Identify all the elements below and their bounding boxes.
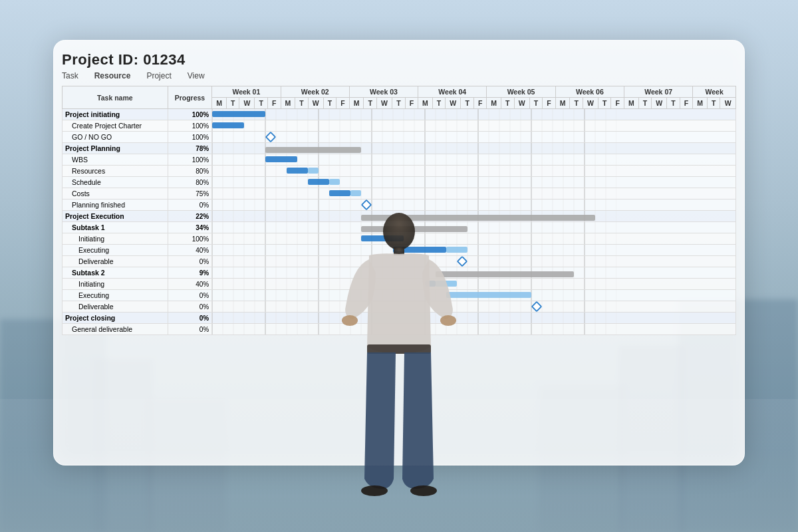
progress-cell: 0% xyxy=(168,324,212,335)
day-header: F xyxy=(268,98,281,109)
task-name-cell: Resources xyxy=(63,166,168,177)
progress-cell: 100% xyxy=(168,120,212,132)
day-header: T xyxy=(226,98,239,109)
gantt-bar-cell xyxy=(212,109,736,120)
progress-cell: 9% xyxy=(168,267,212,279)
progress-cell: 0% xyxy=(168,313,212,324)
day-header: T xyxy=(570,98,583,109)
task-name-cell: General deliverable xyxy=(63,324,168,335)
svg-rect-281 xyxy=(329,179,340,185)
gantt-bar-cell xyxy=(212,166,736,177)
svg-rect-240 xyxy=(308,168,319,174)
task-name-cell: Project Planning xyxy=(63,143,168,154)
task-name-cell: Costs xyxy=(63,188,168,200)
task-name-cell: Project closing xyxy=(63,313,168,324)
gantt-bar-cell xyxy=(212,188,736,200)
table-row: WBS100% xyxy=(63,154,736,166)
progress-cell: 100% xyxy=(168,132,212,143)
day-header: M xyxy=(349,98,364,109)
svg-rect-79 xyxy=(212,122,244,128)
day-header: W xyxy=(720,98,736,109)
progress-cell: 75% xyxy=(168,188,212,200)
gantt-bar-cell xyxy=(212,143,736,154)
svg-point-805 xyxy=(342,315,358,326)
day-header: W xyxy=(308,98,323,109)
progress-cell: 0% xyxy=(168,200,212,211)
progress-cell: 100% xyxy=(168,233,212,245)
week02-header: Week 02 xyxy=(281,86,349,98)
gantt-bar-cell xyxy=(212,154,736,166)
week08-header: Week xyxy=(693,86,736,98)
menu-view[interactable]: View xyxy=(188,71,205,80)
week06-header: Week 06 xyxy=(555,86,624,98)
day-header: F xyxy=(336,98,350,109)
day-header: T xyxy=(598,98,611,109)
day-header: F xyxy=(405,98,418,109)
task-name-cell: Project Execution xyxy=(63,211,168,222)
table-row: GO / NO GO100% xyxy=(63,132,736,143)
svg-rect-807 xyxy=(367,344,431,354)
task-name-header: Task name xyxy=(63,86,168,109)
day-header: F xyxy=(473,98,487,109)
menu-task[interactable]: Task xyxy=(62,71,78,80)
day-header: F xyxy=(611,98,624,109)
day-header: T xyxy=(432,98,446,109)
task-name-cell: Initiating xyxy=(63,279,168,290)
progress-cell: 0% xyxy=(168,290,212,301)
task-name-cell: Subtask 2 xyxy=(63,267,168,279)
menu-bar: Task Resource Project View xyxy=(62,71,736,80)
person-silhouette xyxy=(319,200,479,532)
day-header: T xyxy=(667,98,680,109)
day-header: T xyxy=(501,98,515,109)
task-name-cell: WBS xyxy=(63,154,168,166)
task-name-cell: Deliverable xyxy=(63,256,168,267)
svg-rect-280 xyxy=(308,179,329,185)
table-row: Schedule80% xyxy=(63,177,736,188)
week05-header: Week 05 xyxy=(487,86,555,98)
task-name-cell: Initiating xyxy=(63,233,168,245)
menu-project[interactable]: Project xyxy=(146,71,171,80)
progress-cell: 34% xyxy=(168,222,212,233)
day-header: M xyxy=(212,98,227,109)
svg-point-809 xyxy=(410,485,437,496)
table-row: Resources80% xyxy=(63,166,736,177)
menu-resource[interactable]: Resource xyxy=(94,71,131,80)
svg-rect-239 xyxy=(287,168,308,174)
day-header: M xyxy=(624,98,639,109)
svg-rect-322 xyxy=(350,190,361,196)
project-title: Project ID: 01234 xyxy=(62,51,736,68)
task-name-cell: Planning finished xyxy=(63,200,168,211)
progress-cell: 22% xyxy=(168,211,212,222)
gantt-bar-cell xyxy=(212,120,736,132)
day-header: M xyxy=(281,98,295,109)
svg-rect-119 xyxy=(266,132,275,142)
day-header: W xyxy=(583,98,598,109)
day-header: T xyxy=(255,98,268,109)
progress-cell: 40% xyxy=(168,245,212,256)
day-header: W xyxy=(652,98,667,109)
day-header: T xyxy=(707,98,720,109)
day-header: M xyxy=(418,98,433,109)
table-row: Costs75% xyxy=(63,188,736,200)
progress-cell: 100% xyxy=(168,109,212,120)
svg-rect-39 xyxy=(212,111,265,117)
progress-cell: 0% xyxy=(168,256,212,267)
task-name-cell: Create Project Charter xyxy=(63,120,168,132)
task-name-cell: GO / NO GO xyxy=(63,132,168,143)
progress-cell: 80% xyxy=(168,166,212,177)
gantt-bar-cell xyxy=(212,132,736,143)
day-header: T xyxy=(364,98,377,109)
task-name-cell: Deliverable xyxy=(63,301,168,313)
day-header: T xyxy=(638,98,652,109)
day-header: T xyxy=(529,98,543,109)
task-name-cell: Executing xyxy=(63,290,168,301)
task-name-cell: Executing xyxy=(63,245,168,256)
task-name-cell: Project initiating xyxy=(63,109,168,120)
day-header: W xyxy=(239,98,255,109)
progress-cell: 78% xyxy=(168,143,212,154)
week01-header: Week 01 xyxy=(212,86,281,98)
svg-point-808 xyxy=(361,485,388,496)
day-header: T xyxy=(323,98,336,109)
day-header: W xyxy=(514,98,529,109)
progress-cell: 40% xyxy=(168,279,212,290)
